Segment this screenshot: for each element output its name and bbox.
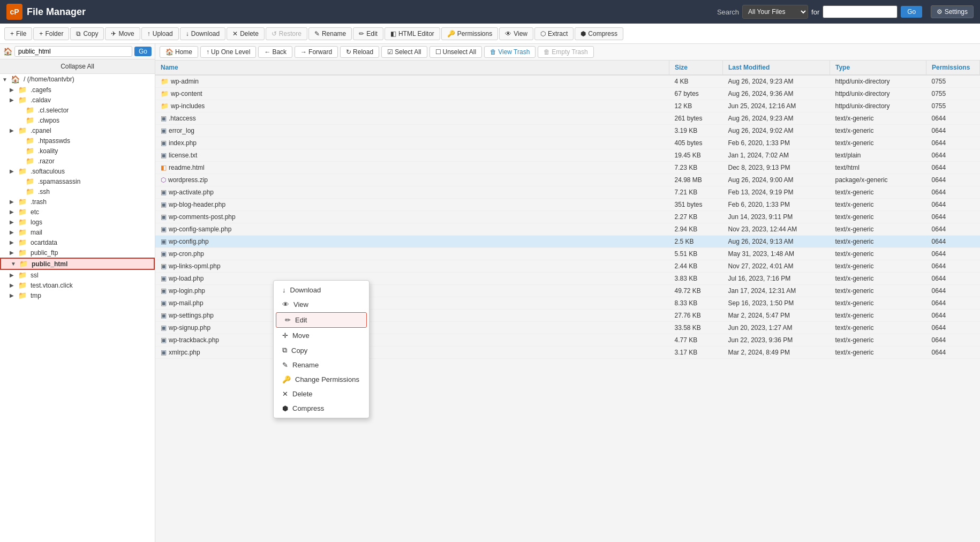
sidebar-item-clwpos[interactable]: 📁 .clwpos [0, 115, 155, 125]
col-type[interactable]: Type [830, 61, 926, 75]
table-row[interactable]: 📁 wp-content 67 bytes Aug 26, 2024, 9:36… [155, 88, 980, 100]
file-name-cell[interactable]: ▣ wp-blog-header.php [155, 199, 669, 211]
sidebar-item-spamassassin[interactable]: 📁 .spamassassin [0, 176, 155, 186]
file-name-cell[interactable]: 📁 wp-includes [155, 100, 669, 112]
nav-unselect-all-button[interactable]: ☐ Unselect All [429, 46, 483, 58]
nav-reload-button[interactable]: ↻ Reload [340, 46, 379, 58]
breadcrumb-input[interactable] [14, 46, 132, 57]
sidebar-item-test-vtoan-click[interactable]: ▶ 📁 test.vtoan.click [0, 280, 155, 290]
settings-button[interactable]: ⚙ Settings [931, 5, 974, 18]
context-menu-item-move[interactable]: ✛Move [274, 328, 369, 343]
sidebar-item-cpanel[interactable]: ▶ 📁 .cpanel [0, 125, 155, 136]
context-menu-item-change-permissions[interactable]: 🔑Change Permissions [274, 372, 369, 387]
file-name-cell[interactable]: ⬡ wordpress.zip [155, 174, 669, 186]
table-row[interactable]: ▣ wp-links-opml.php 2.44 KB Nov 27, 2022… [155, 260, 980, 273]
sidebar-item-mail[interactable]: ▶ 📁 mail [0, 227, 155, 237]
file-name-cell[interactable]: ▣ wp-config.php [155, 236, 669, 248]
context-menu-item-edit[interactable]: ✏Edit [276, 312, 367, 328]
context-menu-item-view[interactable]: 👁View [274, 297, 369, 312]
toolbar-copy-button[interactable]: ⧉ Copy [70, 27, 104, 40]
sidebar-item-ocartdata[interactable]: ▶ 📁 ocartdata [0, 237, 155, 247]
sidebar-item-razor[interactable]: 📁 .razor [0, 156, 155, 166]
sidebar-item-tmp[interactable]: ▶ 📁 tmp [0, 290, 155, 300]
col-size[interactable]: Size [669, 61, 723, 75]
context-menu-item-rename[interactable]: ✎Rename [274, 358, 369, 372]
file-name-cell[interactable]: ▣ wp-settings.php [155, 310, 669, 322]
toolbar-compress-button[interactable]: ⬢ Compress [575, 27, 623, 40]
sidebar-item-koality[interactable]: 📁 .koality [0, 146, 155, 156]
col-permissions[interactable]: Permissions [926, 61, 980, 75]
col-modified[interactable]: Last Modified [723, 61, 830, 75]
sidebar-item-cl-selector[interactable]: 📁 .cl.selector [0, 105, 155, 115]
table-row[interactable]: 📁 wp-admin 4 KB Aug 26, 2024, 9:23 AM ht… [155, 75, 980, 88]
file-name-cell[interactable]: ▣ wp-config-sample.php [155, 223, 669, 236]
toolbar-permissions-button[interactable]: 🔑 Permissions [441, 27, 498, 40]
nav-select-all-button[interactable]: ☑ Select All [381, 46, 427, 58]
context-menu-item-compress[interactable]: ⬢Compress [274, 401, 369, 416]
file-name-cell[interactable]: ▣ wp-comments-post.php [155, 211, 669, 223]
file-name-cell[interactable]: ▣ .htaccess [155, 112, 669, 125]
table-row[interactable]: ▣ .htaccess 261 bytes Aug 26, 2024, 9:23… [155, 112, 980, 125]
toolbar-edit-button[interactable]: ✏ Edit [353, 27, 383, 40]
file-name-cell[interactable]: ▣ index.php [155, 137, 669, 149]
sidebar-item-trash[interactable]: ▶ 📁 .trash [0, 197, 155, 207]
table-row[interactable]: ▣ error_log 3.19 KB Aug 26, 2024, 9:02 A… [155, 125, 980, 137]
file-name-cell[interactable]: ▣ error_log [155, 125, 669, 137]
file-name-cell[interactable]: ▣ wp-cron.php [155, 248, 669, 260]
file-name-cell[interactable]: ▣ wp-login.php [155, 285, 669, 297]
table-row[interactable]: ▣ index.php 405 bytes Feb 6, 2020, 1:33 … [155, 137, 980, 149]
sidebar-item-logs[interactable]: ▶ 📁 logs [0, 217, 155, 227]
toolbar-restore-button[interactable]: ↺ Restore [266, 27, 307, 40]
sidebar-item-public_html[interactable]: ▼ 📁 public_html [0, 258, 155, 270]
sidebar-item-ssl[interactable]: ▶ 📁 ssl [0, 270, 155, 280]
sidebar-item-softaculous[interactable]: ▶ 📁 .softaculous [0, 166, 155, 176]
sidebar-item-root[interactable]: ▼ 🏠 / (/home/toantvbr) [0, 74, 155, 85]
file-name-cell[interactable]: ▣ xmlrpc.php [155, 347, 669, 359]
sidebar-item-public_ftp[interactable]: ▶ 📁 public_ftp [0, 247, 155, 258]
file-name-cell[interactable]: ▣ wp-links-opml.php [155, 260, 669, 273]
table-row[interactable]: ⬡ wordpress.zip 24.98 MB Aug 26, 2024, 9… [155, 174, 980, 186]
file-name-cell[interactable]: 📁 wp-content [155, 88, 669, 100]
sidebar-item-htpasswds[interactable]: 📁 .htpasswds [0, 136, 155, 146]
sidebar-item-etc[interactable]: ▶ 📁 etc [0, 207, 155, 217]
context-menu-item-delete[interactable]: ✕Delete [274, 387, 369, 401]
search-go-button[interactable]: Go [901, 6, 922, 18]
breadcrumb-go-button[interactable]: Go [134, 47, 152, 56]
file-name-cell[interactable]: ▣ wp-load.php [155, 273, 669, 285]
table-row[interactable]: ▣ wp-cron.php 5.51 KB May 31, 2023, 1:48… [155, 248, 980, 260]
file-name-cell[interactable]: ▣ wp-signup.php [155, 322, 669, 334]
file-name-cell[interactable]: ▣ wp-activate.php [155, 186, 669, 199]
toolbar-move-button[interactable]: ✈ Move [105, 27, 140, 40]
file-name-cell[interactable]: 📁 wp-admin [155, 75, 669, 88]
nav-view-trash-button[interactable]: 🗑 View Trash [484, 46, 536, 58]
file-name-cell[interactable]: ▣ license.txt [155, 149, 669, 162]
sidebar-item-ssh[interactable]: 📁 .ssh [0, 186, 155, 197]
table-row[interactable]: ▣ wp-activate.php 7.21 KB Feb 13, 2024, … [155, 186, 980, 199]
table-row[interactable]: ▣ wp-config.php 2.5 KB Aug 26, 2024, 9:1… [155, 236, 980, 248]
toolbar-folder-button[interactable]: + Folder [33, 27, 69, 40]
context-menu-item-download[interactable]: ↓Download [274, 283, 369, 297]
nav-home-button[interactable]: 🏠 Home [160, 46, 198, 58]
toolbar-html-editor-button[interactable]: ◧ HTML Editor [385, 27, 440, 40]
sidebar-item-caldav[interactable]: ▶ 📁 .caldav [0, 95, 155, 105]
context-menu-item-copy[interactable]: ⧉Copy [274, 343, 369, 358]
sidebar-collapse-button[interactable]: Collapse All [0, 59, 155, 74]
nav-forward-button[interactable]: → Forward [295, 46, 338, 58]
table-row[interactable]: ▣ license.txt 19.45 KB Jan 1, 2024, 7:02… [155, 149, 980, 162]
table-row[interactable]: ▣ wp-config-sample.php 2.94 KB Nov 23, 2… [155, 223, 980, 236]
table-row[interactable]: ◧ readme.html 7.23 KB Dec 8, 2023, 9:13 … [155, 162, 980, 174]
toolbar-download-button[interactable]: ↓ Download [180, 27, 225, 40]
nav-up-button[interactable]: ↑ Up One Level [200, 46, 256, 58]
toolbar-file-button[interactable]: + File [4, 27, 32, 40]
file-name-cell[interactable]: ◧ readme.html [155, 162, 669, 174]
sidebar-item-cagefs[interactable]: ▶ 📁 .cagefs [0, 85, 155, 95]
toolbar-view-button[interactable]: 👁 View [499, 27, 533, 40]
file-name-cell[interactable]: ▣ wp-mail.php [155, 297, 669, 310]
toolbar-extract-button[interactable]: ⬡ Extract [534, 27, 574, 40]
toolbar-rename-button[interactable]: ✎ Rename [308, 27, 352, 40]
toolbar-upload-button[interactable]: ↑ Upload [141, 27, 179, 40]
nav-empty-trash-button[interactable]: 🗑 Empty Trash [538, 46, 593, 58]
search-scope-select[interactable]: All Your Files File Names Only File Cont… [742, 5, 808, 19]
col-name[interactable]: Name [155, 61, 669, 75]
nav-back-button[interactable]: ← Back [258, 46, 292, 58]
